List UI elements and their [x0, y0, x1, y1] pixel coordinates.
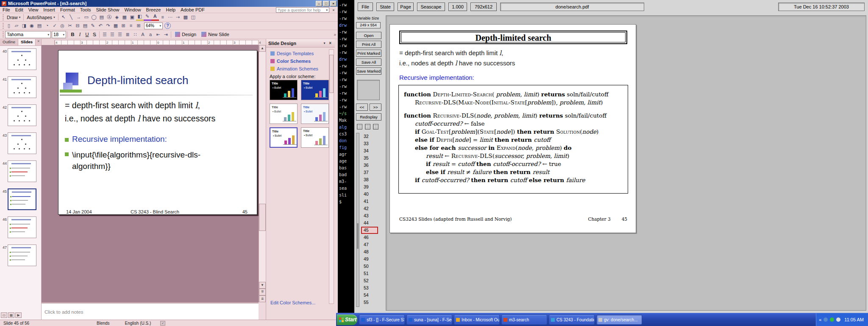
menu-slide-show[interactable]: Slide Show — [93, 7, 122, 13]
menu-help[interactable]: Help — [163, 7, 178, 13]
app-icon[interactable] — [836, 318, 840, 322]
u-style-button[interactable]: U — [83, 31, 91, 38]
toggle-odd-icon[interactable] — [373, 124, 378, 129]
normal-view-button[interactable]: ▭ — [1, 312, 7, 318]
toolbar-grip[interactable] — [3, 14, 4, 20]
notes-placeholder[interactable]: Click to add notes — [45, 309, 83, 315]
save-icon[interactable]: ◨ — [20, 22, 28, 29]
gv-locator-thumbnail[interactable] — [357, 80, 380, 100]
spelling-icon[interactable]: ✓ — [51, 22, 58, 29]
gv-page-number[interactable]: 51 — [361, 270, 378, 277]
gv-page-number[interactable]: 49 — [361, 256, 378, 263]
font-grow-icon[interactable]: A — [139, 31, 147, 38]
gv-page-number[interactable]: 35 — [361, 155, 378, 162]
color-scheme-tile[interactable]: Title• Bullet — [301, 80, 329, 100]
gv-page-number[interactable]: 40 — [361, 191, 378, 198]
s-style-button[interactable]: S — [91, 31, 98, 38]
ask-question-input[interactable]: Type a question for help ▾ — [276, 7, 329, 13]
menu-breeze[interactable]: Breeze — [144, 7, 164, 13]
ppt-titlebar[interactable]: P Microsoft PowerPoint - [m3-search] – □… — [0, 0, 338, 7]
wordart-icon[interactable]: Ⓐ — [106, 14, 113, 21]
gv-page-number[interactable]: 33 — [361, 140, 378, 147]
align-center-icon[interactable]: ☰ — [108, 31, 116, 38]
tray-chevron-icon[interactable]: « — [819, 317, 821, 322]
color-scheme-tile[interactable]: Title• Bullet — [270, 80, 298, 100]
slide-bullet[interactable]: Recursive implementation: — [65, 135, 167, 144]
taskpane-link[interactable]: Color Schemes — [270, 58, 311, 65]
gv-file-menu[interactable]: File — [358, 3, 373, 11]
slide-thumbnail[interactable] — [8, 104, 36, 126]
format-painter-icon[interactable]: ✎ — [89, 22, 97, 29]
research-icon[interactable]: ◎ — [58, 22, 66, 29]
outdent-icon[interactable]: ⇤ — [154, 31, 162, 38]
close-button[interactable]: × — [330, 1, 337, 6]
shadow-icon[interactable]: ▩ — [182, 14, 189, 21]
font-select[interactable]: Tahoma ▾ — [5, 31, 51, 38]
gv-orientation-menu[interactable]: Seascape — [417, 3, 445, 11]
toolbar-grip[interactable] — [3, 23, 4, 29]
menu-edit[interactable]: Edit — [13, 7, 26, 13]
dash-style-icon[interactable]: ⋯ — [167, 14, 174, 21]
notes-pane[interactable]: Click to add notes — [42, 302, 259, 320]
tab-slides[interactable]: Slides — [18, 39, 36, 45]
gv-print-all-button[interactable]: Print All — [356, 41, 381, 48]
minimize-button[interactable]: – — [316, 1, 322, 6]
select-icon[interactable]: ↖ — [60, 14, 67, 21]
scroll-thumb[interactable] — [259, 204, 266, 231]
gv-page-number[interactable]: 34 — [361, 147, 378, 155]
taskbar-button[interactable]: gv: done/search... — [596, 315, 642, 325]
picture-icon[interactable]: ▣ — [128, 14, 136, 21]
gv-page-number[interactable]: 44 — [361, 219, 378, 227]
gv-scale-menu[interactable]: 1.000 — [448, 3, 467, 11]
redisplay-button[interactable]: Redisplay — [356, 113, 381, 121]
gv-page-number[interactable]: 48 — [361, 248, 378, 256]
help-icon[interactable]: ? — [164, 22, 171, 29]
font-shrink-icon[interactable]: a — [147, 31, 154, 38]
clipart-icon[interactable]: ▦ — [121, 14, 128, 21]
scroll-thumb[interactable] — [329, 55, 334, 93]
shield-icon[interactable] — [823, 318, 828, 322]
menu-format[interactable]: Format — [58, 7, 78, 13]
color-scheme-tile[interactable]: Title• Bullet — [270, 127, 298, 148]
i-style-button[interactable]: I — [76, 31, 83, 38]
gv-save-marked-button[interactable]: Save Marked — [356, 67, 381, 75]
variable-size-label[interactable]: Variable Size — [357, 16, 379, 20]
line-color-icon[interactable]: ✎ — [144, 14, 151, 21]
scroll-up-icon[interactable]: ▲ — [259, 45, 266, 52]
gv-page-number[interactable]: 47 — [361, 241, 378, 248]
expand-all-icon[interactable]: ≡ — [127, 22, 135, 29]
color-scheme-tile[interactable]: Title• Bullet — [301, 104, 329, 124]
taskpane-link[interactable]: Animation Schemes — [270, 65, 318, 72]
menu-window[interactable]: Window — [122, 7, 143, 13]
slide-thumbnail[interactable] — [8, 48, 36, 70]
chart-icon[interactable]: ▦ — [112, 22, 120, 29]
slide-body[interactable]: = depth-first search with depth limit l,… — [65, 99, 215, 125]
align-right-icon[interactable]: ☰ — [116, 31, 124, 38]
taskbar-button[interactable]: m3-search — [501, 315, 547, 325]
line-icon[interactable]: ╲ — [67, 14, 75, 21]
font-color-icon[interactable]: A — [151, 14, 159, 21]
slide-thumbnail[interactable] — [8, 160, 36, 182]
tab-outline[interactable]: Outline — [0, 39, 18, 45]
gv-state-menu[interactable]: State — [376, 3, 394, 11]
taskpane-scrollbar[interactable] — [329, 49, 334, 304]
taskbar-button[interactable]: CS 3243 - Foundatio... — [549, 315, 595, 325]
open-icon[interactable]: ▱ — [13, 22, 20, 29]
slide-editor-canvas[interactable]: Depth-limited search = depth-first searc… — [42, 45, 259, 302]
next-page-button[interactable]: >> — [370, 104, 381, 111]
status-icon[interactable] — [830, 318, 834, 322]
chevron-down-icon[interactable]: ▾ — [321, 42, 328, 45]
gv-page-number[interactable]: 46 — [361, 234, 378, 241]
gv-page-number[interactable]: 41 — [361, 198, 378, 205]
menu-insert[interactable]: Insert — [41, 7, 58, 13]
slide-sorter-view-button[interactable]: ▦ — [8, 312, 14, 318]
menu-file[interactable]: File — [0, 7, 13, 13]
previous-page-button[interactable]: << — [356, 104, 368, 111]
page-list-scrollbar[interactable] — [356, 133, 359, 307]
gv-page-number[interactable]: 52 — [361, 277, 378, 284]
gv-page-menu[interactable]: Page — [398, 3, 414, 11]
editor-scrollbar[interactable]: ▲ ▼ ⇈ ⇊ — [259, 45, 266, 302]
arrow-icon[interactable]: → — [75, 14, 83, 21]
toggle-current-icon[interactable] — [357, 124, 362, 129]
gv-page-number[interactable]: 53 — [361, 284, 378, 292]
